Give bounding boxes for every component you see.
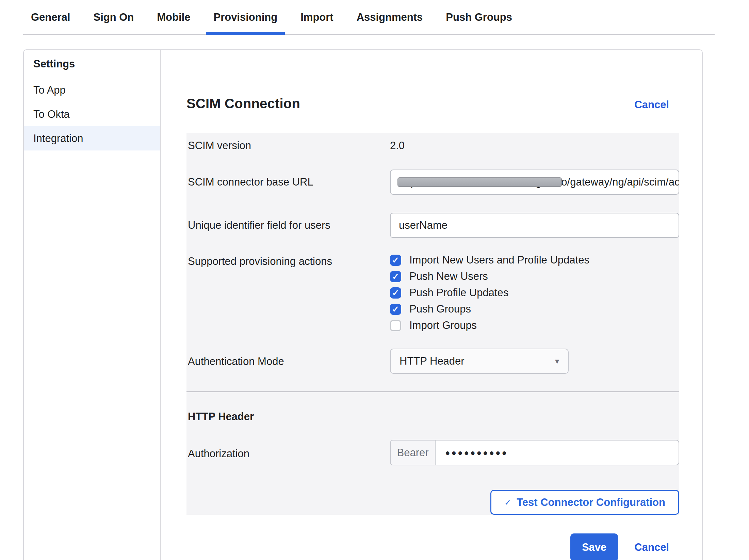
sidebar-item-to-app[interactable]: To App [24, 78, 160, 102]
main-header: SCIM Connection Cancel [186, 50, 678, 112]
tabbar-divider [23, 34, 715, 35]
cancel-link-top[interactable]: Cancel [634, 99, 669, 111]
scim-version-label: SCIM version [186, 139, 390, 153]
checkbox-label: Push New Users [409, 270, 488, 283]
tab-label: Sign On [93, 11, 134, 23]
checkbox[interactable]: ✓ [390, 320, 401, 331]
authorization-row: Authorization Bearer ●●●●●●●●●● [186, 440, 679, 465]
checkbox[interactable]: ✓ [390, 304, 401, 315]
sidebar-item-to-okta[interactable]: To Okta [24, 102, 160, 126]
page-title: SCIM Connection [186, 95, 300, 112]
tab-bar: General Sign On Mobile Provisioning Impo… [0, 0, 749, 35]
tab-general[interactable]: General [23, 0, 78, 35]
tab-list: General Sign On Mobile Provisioning Impo… [23, 0, 528, 35]
test-connector-button[interactable]: ✓ Test Connector Configuration [490, 490, 679, 515]
provisioning-option-push-profile-updates: ✓ Push Profile Updates [390, 287, 679, 299]
checkbox[interactable]: ✓ [390, 255, 401, 266]
checkmark-icon: ✓ [392, 289, 399, 297]
unique-identifier-input[interactable]: userName [390, 213, 679, 238]
main-content: SCIM Connection Cancel SCIM version 2.0 … [162, 50, 702, 560]
footer-actions: Save Cancel [186, 533, 678, 560]
scim-version-row: SCIM version 2.0 [186, 133, 679, 153]
auth-mode-label: Authentication Mode [186, 349, 390, 369]
checkbox[interactable]: ✓ [390, 271, 401, 282]
scim-base-url-value: https://h5l-d-195-19-67-149.ngrok.io/gat… [399, 176, 679, 188]
provisioning-actions-label: Supported provisioning actions [186, 254, 390, 269]
bearer-prefix: Bearer [391, 441, 436, 465]
section-divider [186, 391, 679, 392]
token-input[interactable]: ●●●●●●●●●● [436, 441, 679, 465]
tab-mobile[interactable]: Mobile [149, 0, 198, 35]
provisioning-card: Settings To App To Okta Integration SCIM… [23, 49, 703, 560]
sidebar-item-label: To Okta [33, 108, 70, 121]
provisioning-options-list: ✓ Import New Users and Profile Updates ✓… [390, 254, 679, 336]
test-connector-label: Test Connector Configuration [517, 496, 665, 509]
tab-label: Push Groups [446, 11, 512, 23]
scim-version-value: 2.0 [390, 139, 679, 153]
authorization-input-group: Bearer ●●●●●●●●●● [390, 440, 679, 465]
test-button-row: ✓ Test Connector Configuration [186, 490, 679, 515]
redaction-bar [397, 177, 562, 187]
sidebar-item-integration[interactable]: Integration [24, 126, 160, 150]
auth-mode-row: Authentication Mode HTTP Header ▾ [186, 349, 679, 374]
checkmark-icon: ✓ [392, 272, 399, 281]
checkbox[interactable]: ✓ [390, 287, 401, 299]
unique-identifier-value: userName [399, 219, 447, 231]
provisioning-option-import-groups: ✓ Import Groups [390, 320, 679, 331]
base-url-label: SCIM connector base URL [186, 170, 390, 189]
checkbox-label: Push Profile Updates [409, 287, 508, 299]
scim-base-url-input[interactable]: https://h5l-d-195-19-67-149.ngrok.io/gat… [390, 170, 679, 195]
sidebar-item-label: Integration [33, 132, 83, 145]
auth-mode-select[interactable]: HTTP Header ▾ [390, 349, 569, 374]
checkbox-label: Import New Users and Profile Updates [409, 254, 589, 266]
checkmark-icon: ✓ [392, 305, 399, 314]
auth-mode-value: HTTP Header [400, 355, 465, 367]
base-url-row: SCIM connector base URL https://h5l-d-19… [186, 170, 679, 195]
unique-identifier-label: Unique identifier field for users [186, 213, 390, 233]
tab-push-groups[interactable]: Push Groups [438, 0, 520, 35]
cancel-link-bottom[interactable]: Cancel [634, 541, 669, 554]
scim-form-panel: SCIM version 2.0 SCIM connector base URL… [186, 133, 679, 515]
tab-label: Import [300, 11, 333, 23]
provisioning-option-import-new-users-and-profile-updates: ✓ Import New Users and Profile Updates [390, 254, 679, 266]
tab-import[interactable]: Import [293, 0, 341, 35]
checkbox-label: Push Groups [409, 303, 471, 315]
sidebar-item-label: To App [33, 84, 66, 96]
http-header-heading: HTTP Header [188, 411, 679, 423]
tab-label: Mobile [157, 11, 190, 23]
authorization-label: Authorization [186, 440, 390, 461]
provisioning-actions-row: Supported provisioning actions ✓ Import … [186, 254, 679, 336]
check-icon: ✓ [504, 498, 511, 507]
provisioning-option-push-new-users: ✓ Push New Users [390, 271, 679, 282]
masked-token-value: ●●●●●●●●●● [445, 448, 508, 458]
unique-identifier-row: Unique identifier field for users userNa… [186, 213, 679, 238]
sidebar-heading: Settings [24, 58, 160, 70]
tab-label: Assignments [357, 11, 423, 23]
checkbox-label: Import Groups [409, 319, 477, 332]
provisioning-option-push-groups: ✓ Push Groups [390, 303, 679, 315]
chevron-down-icon: ▾ [555, 356, 559, 366]
sidebar-item-list: To App To Okta Integration [24, 78, 160, 150]
tab-sign-on[interactable]: Sign On [86, 0, 141, 35]
sidebar: Settings To App To Okta Integration [24, 50, 161, 560]
tab-label: General [31, 11, 70, 23]
checkmark-icon: ✓ [392, 256, 399, 265]
save-button[interactable]: Save [570, 533, 618, 560]
tab-assignments[interactable]: Assignments [349, 0, 430, 35]
tab-label: Provisioning [213, 11, 277, 23]
tab-provisioning[interactable]: Provisioning [206, 0, 285, 35]
